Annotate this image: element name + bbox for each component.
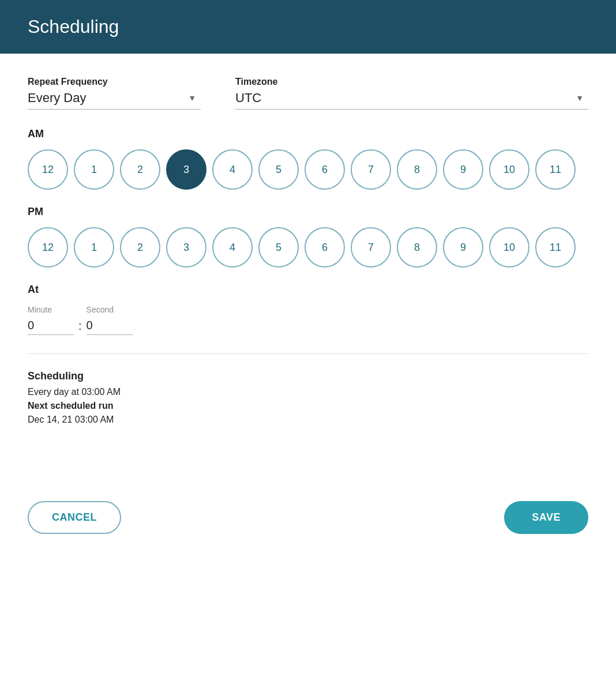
am-label: AM	[28, 128, 588, 140]
cancel-button[interactable]: CANCEL	[28, 501, 121, 534]
frequency-group: Repeat Frequency Every Day ▼	[28, 77, 201, 110]
pm-hour-btn-7[interactable]: 7	[351, 227, 391, 268]
timezone-chevron-icon: ▼	[576, 93, 584, 103]
page-header: Scheduling	[0, 0, 616, 54]
pm-hour-btn-5[interactable]: 5	[258, 227, 299, 268]
at-label: At	[28, 284, 588, 296]
page-title: Scheduling	[28, 16, 119, 37]
pm-hour-btn-4[interactable]: 4	[212, 227, 253, 268]
frequency-label: Repeat Frequency	[28, 77, 201, 87]
pm-section: PM 121234567891011	[28, 206, 588, 268]
pm-hour-btn-2[interactable]: 2	[120, 227, 160, 268]
timezone-value: UTC	[235, 91, 261, 106]
am-hour-btn-9[interactable]: 9	[443, 149, 483, 190]
minute-group: Minute	[28, 305, 74, 335]
next-run-label: Next scheduled run	[28, 401, 588, 411]
am-hour-btn-10[interactable]: 10	[489, 149, 529, 190]
timezone-select[interactable]: UTC ▼	[235, 91, 588, 106]
save-button[interactable]: SAVE	[504, 501, 588, 534]
divider	[28, 353, 588, 354]
form-row-top: Repeat Frequency Every Day ▼ Timezone UT…	[28, 77, 588, 110]
pm-hour-btn-11[interactable]: 11	[535, 227, 576, 268]
frequency-select-wrapper[interactable]: Every Day ▼	[28, 91, 201, 110]
second-group: Second	[87, 305, 133, 335]
footer: CANCEL SAVE	[0, 487, 616, 548]
next-run-value: Dec 14, 21 03:00 AM	[28, 415, 588, 425]
pm-hour-btn-6[interactable]: 6	[305, 227, 345, 268]
scheduling-summary-section: Scheduling Every day at 03:00 AM Next sc…	[28, 370, 588, 425]
scheduling-description: Every day at 03:00 AM	[28, 387, 588, 397]
timezone-label: Timezone	[235, 77, 588, 87]
pm-label: PM	[28, 206, 588, 218]
am-hours-row: 121234567891011	[28, 149, 588, 190]
timezone-group: Timezone UTC ▼	[235, 77, 588, 110]
am-hour-btn-11[interactable]: 11	[535, 149, 576, 190]
frequency-value: Every Day	[28, 91, 86, 106]
timezone-select-wrapper[interactable]: UTC ▼	[235, 91, 588, 110]
minute-input[interactable]	[28, 317, 74, 335]
frequency-select[interactable]: Every Day ▼	[28, 91, 201, 106]
pm-hour-btn-1[interactable]: 1	[74, 227, 114, 268]
main-content: Repeat Frequency Every Day ▼ Timezone UT…	[0, 54, 616, 476]
am-hour-btn-3[interactable]: 3	[166, 149, 206, 190]
pm-hour-btn-9[interactable]: 9	[443, 227, 483, 268]
minute-label: Minute	[28, 305, 74, 314]
second-input[interactable]	[87, 317, 133, 335]
at-row: Minute : Second	[28, 305, 588, 335]
scheduling-summary-title: Scheduling	[28, 370, 588, 382]
am-section: AM 121234567891011	[28, 128, 588, 190]
pm-hours-row: 121234567891011	[28, 227, 588, 268]
am-hour-btn-7[interactable]: 7	[351, 149, 391, 190]
am-hour-btn-8[interactable]: 8	[397, 149, 437, 190]
am-hour-btn-6[interactable]: 6	[305, 149, 345, 190]
time-colon: :	[74, 319, 87, 335]
am-hour-btn-2[interactable]: 2	[120, 149, 160, 190]
pm-hour-btn-12[interactable]: 12	[28, 227, 68, 268]
am-hour-btn-5[interactable]: 5	[258, 149, 299, 190]
am-hour-btn-4[interactable]: 4	[212, 149, 253, 190]
pm-hour-btn-8[interactable]: 8	[397, 227, 437, 268]
frequency-chevron-icon: ▼	[188, 93, 196, 103]
am-hour-btn-1[interactable]: 1	[74, 149, 114, 190]
at-section: At Minute : Second	[28, 284, 588, 335]
pm-hour-btn-10[interactable]: 10	[489, 227, 529, 268]
am-hour-btn-12[interactable]: 12	[28, 149, 68, 190]
pm-hour-btn-3[interactable]: 3	[166, 227, 206, 268]
second-label: Second	[87, 305, 133, 314]
